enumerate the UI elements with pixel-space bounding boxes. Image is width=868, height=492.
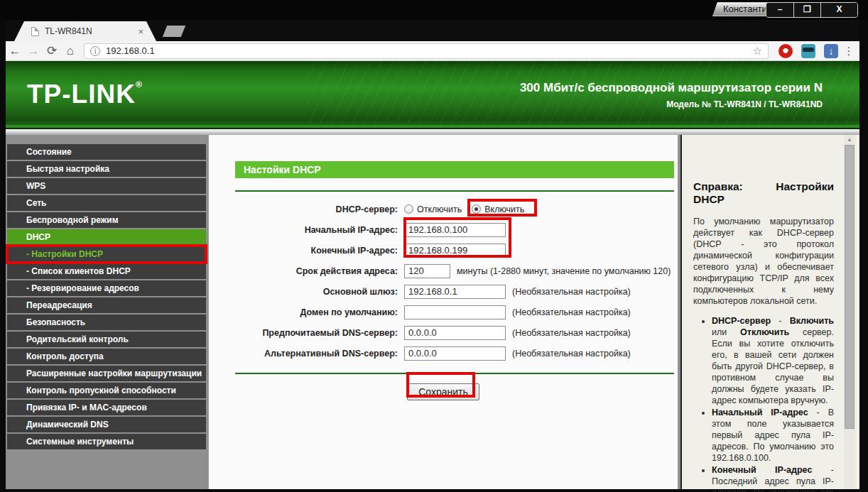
proxy-extension-icon[interactable] <box>801 44 815 58</box>
adblock-extension-icon[interactable] <box>779 44 793 58</box>
header-shadow-strip <box>6 129 859 135</box>
lease-time-input[interactable] <box>404 264 450 278</box>
minimize-button[interactable]: – <box>766 3 793 17</box>
field-label: Основной шлюз: <box>209 287 404 297</box>
sidebar-item-wps[interactable]: WPS <box>7 178 206 194</box>
forward-icon[interactable]: → <box>24 44 43 58</box>
tab-strip: TL-WR841N × <box>6 20 859 41</box>
field-note: (Необязательная настройка) <box>512 307 631 317</box>
field-label: Начальный IP-адрес: <box>209 225 404 235</box>
sidebar-item-dynamic-dns[interactable]: Динамический DNS <box>7 417 206 432</box>
start-ip-row: Начальный IP-адрес: <box>209 219 678 240</box>
browser-tab[interactable]: TL-WR841N × <box>14 21 156 41</box>
new-tab-button[interactable] <box>163 26 185 37</box>
sidebar-item-forwarding[interactable]: Переадресация <box>7 297 206 313</box>
field-label: DHCP-сервер: <box>209 204 404 214</box>
help-bullet: DHCP-сервер - Включить или Отключить сер… <box>712 315 834 406</box>
field-label: Домен по умолчанию: <box>209 307 404 317</box>
home-icon[interactable]: ⌂ <box>61 44 80 58</box>
scroll-up-arrow[interactable]: ▲ <box>844 135 855 145</box>
gateway-row: Основной шлюз: (Необязательная настройка… <box>209 281 678 302</box>
back-icon[interactable]: ← <box>6 44 24 58</box>
sidebar-item-address-reservation[interactable]: - Резервирование адресов <box>7 280 206 296</box>
start-ip-input[interactable] <box>404 223 506 237</box>
dhcp-server-row: DHCP-сервер: Отключить Включить <box>209 199 678 219</box>
sidebar-item-dhcp-clients[interactable]: - Список клиентов DHCP <box>7 263 206 279</box>
browser-toolbar: ← → ⟳ ⌂ i 192.168.0.1 ☆ ⋮ <box>6 41 859 61</box>
tab-close-icon[interactable]: × <box>138 26 143 37</box>
maximize-button[interactable]: ❐ <box>793 3 820 17</box>
address-bar[interactable]: i 192.168.0.1 ☆ <box>84 43 769 59</box>
help-scrollbar[interactable]: ▲ <box>844 135 855 489</box>
tab-title: TL-WR841N <box>45 26 134 36</box>
help-panel: Справка: Настройки DHCP По умолчанию мар… <box>680 135 859 489</box>
radio-disable[interactable] <box>404 204 413 214</box>
tplink-banner: TP-LINK® 300 Мбит/с беспроводной маршрут… <box>6 61 859 125</box>
sidebar-item-system-tools[interactable]: Системные инструменты <box>7 434 206 449</box>
dhcp-settings-panel: Настойки DHCP DHCP-сервер: Отключить Вкл… <box>208 135 678 489</box>
page-title: Настойки DHCP <box>235 161 674 178</box>
field-note: (Необязательная настройка) <box>512 287 631 297</box>
end-ip-input[interactable] <box>404 244 506 258</box>
gateway-input[interactable] <box>404 285 506 299</box>
help-content: Справка: Настройки DHCP По умолчанию мар… <box>682 135 859 492</box>
help-bullet: Начальный IP-адрес - В этом поле указыва… <box>712 407 834 464</box>
nav-sidebar: Состояние Быстрая настройка WPS Сеть Бес… <box>6 135 207 489</box>
router-model: Модель № TL-WR841N / TL-WR841ND <box>520 99 823 109</box>
sidebar-item-quick-setup[interactable]: Быстрая настройка <box>7 161 206 177</box>
download-extension-icon[interactable] <box>824 44 838 58</box>
bookmark-star-icon[interactable]: ☆ <box>753 45 762 58</box>
window-controls: – ❐ X <box>766 2 858 18</box>
sidebar-item-status[interactable]: Состояние <box>7 144 206 160</box>
field-note: (Необязательная настройка) <box>512 328 631 338</box>
tplink-logo: TP-LINK® <box>27 80 143 109</box>
page-info-icon[interactable]: i <box>90 46 100 56</box>
help-intro: По умолчанию маршрутизатор действует как… <box>693 216 834 307</box>
secondary-dns-input[interactable] <box>404 346 506 361</box>
help-bullet-list: DHCP-сервер - Включить или Отключить сер… <box>712 315 834 492</box>
browser-menu-icon[interactable]: ⋮ <box>842 45 855 58</box>
dhcp-server-options: Отключить Включить <box>404 204 534 214</box>
url-text[interactable]: 192.168.0.1 <box>106 45 753 56</box>
sidebar-item-network[interactable]: Сеть <box>7 195 206 211</box>
sidebar-item-advanced-routing[interactable]: Расширенные настройки маршрутизации <box>7 366 206 381</box>
secondary-dns-row: Альтернативный DNS-сервер: (Необязательн… <box>209 343 678 363</box>
sidebar-item-dhcp-settings[interactable]: - Настройки DHCP <box>7 246 206 262</box>
lease-time-row: Срок действия адреса: минуты (1-2880 мин… <box>209 261 678 281</box>
banner-text: 300 Мбит/с беспроводной маршрутизатор се… <box>520 81 823 109</box>
domain-row: Домен по умолчанию: (Необязательная наст… <box>209 302 678 322</box>
sidebar-item-ip-mac-binding[interactable]: Привязка IP- и MAC-адресов <box>7 400 206 415</box>
sidebar-item-wireless[interactable]: Беспроводной режим <box>7 212 206 228</box>
help-title-word: DHCP <box>693 193 834 206</box>
save-area: Сохранить <box>209 383 678 400</box>
radio-disable-label[interactable]: Отключить <box>417 204 462 214</box>
field-note: (Необязательная настройка) <box>512 349 631 359</box>
domain-input[interactable] <box>404 305 506 319</box>
page-content: Состояние Быстрая настройка WPS Сеть Бес… <box>6 135 859 489</box>
sidebar-item-security[interactable]: Безопасность <box>7 315 206 330</box>
field-label: Конечный IP-адрес: <box>209 246 404 256</box>
help-title-word: Справка: <box>693 180 743 193</box>
registered-mark: ® <box>136 80 143 89</box>
close-button[interactable]: X <box>820 3 857 17</box>
radio-enable-label[interactable]: Включить <box>484 204 524 214</box>
window-titlebar: Константин – ❐ X <box>0 0 868 20</box>
sidebar-item-access-control[interactable]: Контроль доступа <box>7 349 206 364</box>
divider <box>235 373 674 374</box>
sidebar-item-bandwidth-control[interactable]: Контроль пропускной способности <box>7 383 206 398</box>
reload-icon[interactable]: ⟳ <box>43 43 61 58</box>
field-label: Предпочитаемый DNS-сервер: <box>209 328 404 338</box>
save-button[interactable]: Сохранить <box>407 383 479 400</box>
scroll-thumb[interactable] <box>845 145 855 429</box>
end-ip-row: Конечный IP-адрес: <box>209 240 678 261</box>
primary-dns-input[interactable] <box>404 326 506 340</box>
field-note: минуты (1-2880 минут, значение по умолча… <box>457 266 671 276</box>
field-label: Срок действия адреса: <box>209 266 404 276</box>
page-icon <box>31 27 39 36</box>
help-title-word: Настройки <box>776 180 834 193</box>
dhcp-form: DHCP-сервер: Отключить Включить Начальны… <box>209 199 678 363</box>
sidebar-item-dhcp[interactable]: DHCP <box>7 229 206 245</box>
radio-enable[interactable] <box>472 204 481 214</box>
browser-window: Константин – ❐ X TL-WR841N × ← → ⟳ ⌂ i 1… <box>0 0 868 492</box>
sidebar-item-parental-control[interactable]: Родительский контроль <box>7 332 206 347</box>
